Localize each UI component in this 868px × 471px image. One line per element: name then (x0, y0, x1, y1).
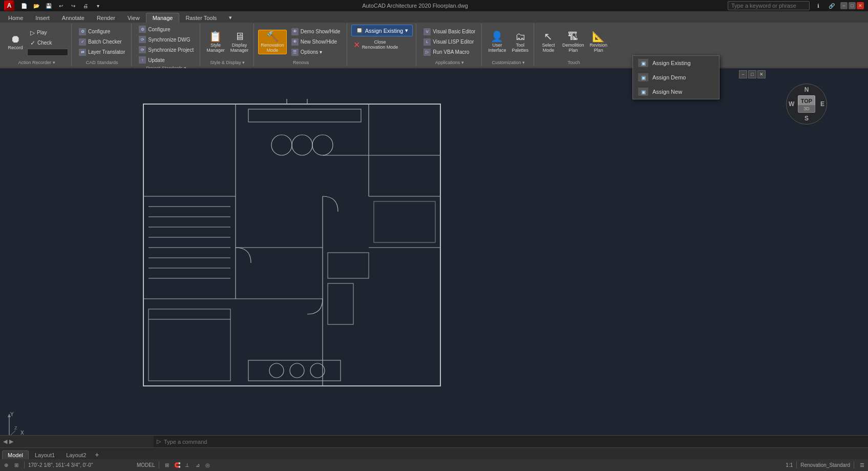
model-tab-add[interactable]: + (92, 450, 101, 459)
scroll-right-icon[interactable]: ▶ (9, 438, 13, 445)
assign-items: 🔲 Assign Existing ▾ ✕ CloseRenovation Mo… (351, 25, 413, 65)
batch-checker-button[interactable]: ✓ Batch Checker (76, 37, 128, 47)
tab-manage[interactable]: Manage (146, 13, 180, 23)
quick-access-undo[interactable]: ↩ (56, 1, 66, 10)
assign-existing-button[interactable]: 🔲 Assign Existing ▾ (351, 25, 413, 36)
status-bar: Model Layout1 Layout2 + ⊕ ⊞ 170'-2 1/8",… (0, 447, 868, 471)
quick-access-redo[interactable]: ↪ (69, 1, 78, 10)
select-mode-button[interactable]: ↖ SelectMode (538, 30, 559, 54)
assign-existing-dd-label: Assign Existing (652, 60, 691, 66)
renovation-standard-label: Renovation_Standard (800, 462, 850, 468)
svg-point-29 (290, 363, 304, 378)
ribbon-tabs: Home Insert Annotate Render View Manage … (0, 11, 868, 23)
close-renovation-button[interactable]: ✕ CloseRenovation Mode (351, 38, 400, 51)
vba-editor-button[interactable]: V Visual Basic Editor (420, 27, 478, 36)
minimize-button[interactable]: − (840, 2, 848, 9)
macro-input[interactable] (27, 49, 68, 56)
applications-items: V Visual Basic Editor L Visual LISP Edit… (420, 25, 478, 59)
tool-palettes-button[interactable]: 🗂 ToolPalettes (510, 30, 531, 54)
options-button[interactable]: ☰ Options ▾ (288, 48, 344, 57)
assign-new-dd-icon: ▣ (638, 88, 648, 96)
maximize-button[interactable]: □ (849, 2, 856, 9)
info-icon[interactable]: ℹ (814, 1, 823, 10)
tab-add[interactable]: ▾ (223, 13, 238, 23)
tab-home[interactable]: Home (2, 13, 29, 23)
record-button[interactable]: ⏺ Record (5, 33, 26, 51)
sync-dwg-button[interactable]: ⟳ Synchronize DWG (136, 35, 197, 44)
demo-show-hide-button[interactable]: 👁 Demo Show/Hide (288, 27, 344, 36)
connect-icon[interactable]: 🔗 (827, 1, 836, 10)
revision-plan-button[interactable]: 📐 RevisionPlan (588, 30, 610, 54)
display-manager-button[interactable]: 🖥 DisplayManager (228, 30, 251, 54)
title-bar-left: A 📄 📂 💾 ↩ ↪ 🖨 ▾ (4, 1, 102, 11)
tab-render[interactable]: Render (91, 13, 121, 23)
new-show-icon: 👁 (291, 38, 299, 46)
assign-existing-label: Assign Existing (365, 28, 404, 34)
sync-project-button[interactable]: ⟳ Synchronize Project (136, 45, 197, 54)
compass-bottom-button[interactable]: 3D (798, 105, 815, 113)
record-label: Record (8, 45, 23, 50)
dropdown-assign-demo[interactable]: ▣ Assign Demo (633, 70, 719, 85)
configure2-button[interactable]: ⚙ Configure (136, 25, 197, 34)
tab-insert[interactable]: Insert (29, 13, 56, 23)
grid-icon[interactable]: ⊞ (163, 461, 171, 469)
svg-point-19 (312, 135, 333, 155)
group-applications: V Visual Basic Editor L Visual LISP Edit… (417, 24, 482, 66)
compass-west: W (789, 100, 794, 108)
polar-icon[interactable]: ⊿ (194, 461, 202, 469)
check-button[interactable]: ✓ Check (27, 38, 68, 48)
assign-existing-icon: 🔲 (356, 27, 363, 34)
vp-ctrl-minimize[interactable]: − (739, 70, 747, 78)
customize-icon[interactable]: ☰ (858, 461, 866, 469)
renovation-mode-icon: 🔨 (266, 31, 279, 42)
dropdown-assign-existing[interactable]: ▣ Assign Existing (633, 56, 719, 70)
dropdown-assign-new[interactable]: ▣ Assign New (633, 85, 719, 99)
play-button[interactable]: ▷ Play (27, 28, 68, 37)
model-tab-layout1[interactable]: Layout1 (30, 451, 60, 459)
update-button[interactable]: ↑ Update (136, 55, 197, 65)
osnap-icon[interactable]: ◎ (204, 461, 212, 469)
demolition-plan-label: DemolitionPlan (562, 43, 584, 53)
layer-translator-button[interactable]: ⇄ Layer Translator (76, 48, 128, 57)
user-interface-button[interactable]: 👤 UserInterface (486, 30, 508, 54)
new-show-hide-button[interactable]: 👁 New Show/Hide (288, 37, 344, 47)
tab-view[interactable]: View (121, 13, 146, 23)
demolition-plan-icon: 🏗 (568, 31, 578, 42)
display-manager-icon: 🖥 (235, 31, 245, 42)
vp-ctrl-restore[interactable]: □ (748, 70, 756, 78)
tool-palettes-icon: 🗂 (515, 31, 525, 42)
status-snap-icon[interactable]: ⊞ (12, 461, 20, 469)
lisp-editor-button[interactable]: L Visual LISP Editor (420, 37, 478, 47)
ortho-icon[interactable]: ⊥ (183, 461, 192, 469)
quick-access-plot[interactable]: 🖨 (81, 1, 90, 10)
svg-point-18 (292, 135, 312, 155)
style-manager-button[interactable]: 📋 StyleManager (204, 30, 227, 54)
select-mode-icon: ↖ (544, 31, 553, 42)
configure2-icon: ⚙ (139, 26, 146, 33)
model-tab-model[interactable]: Model (2, 450, 29, 459)
tab-annotate[interactable]: Annotate (56, 13, 91, 23)
demolition-plan-button[interactable]: 🏗 DemolitionPlan (560, 30, 586, 54)
close-button[interactable]: ✕ (857, 2, 864, 9)
vp-ctrl-close[interactable]: ✕ (757, 70, 766, 78)
scroll-left-icon[interactable]: ◀ (3, 438, 7, 445)
svg-rect-27 (248, 360, 341, 381)
run-vba-button[interactable]: ▷ Run VBA Macro (420, 48, 478, 57)
quick-access-new[interactable]: 📄 (19, 1, 29, 10)
tab-raster-tools[interactable]: Raster Tools (179, 13, 223, 23)
renovation-mode-button[interactable]: 🔨 RenovationMode (258, 30, 287, 54)
quick-access-open[interactable]: 📂 (32, 1, 41, 10)
search-input[interactable] (728, 1, 810, 10)
svg-rect-16 (248, 109, 361, 122)
configure-button[interactable]: ⚙ Configure (76, 27, 128, 36)
command-input[interactable] (164, 439, 865, 445)
compass-north: N (805, 86, 809, 93)
snap-icon[interactable]: 🧲 (173, 461, 181, 469)
close-renovation-icon: ✕ (353, 40, 360, 50)
model-tab-layout2[interactable]: Layout2 (61, 451, 91, 459)
status-model-icon[interactable]: ⊕ (2, 461, 10, 469)
status-sep4 (854, 461, 854, 468)
quick-access-more[interactable]: ▾ (93, 1, 102, 10)
quick-access-save[interactable]: 💾 (44, 1, 53, 10)
play-icon: ▷ (30, 29, 35, 36)
